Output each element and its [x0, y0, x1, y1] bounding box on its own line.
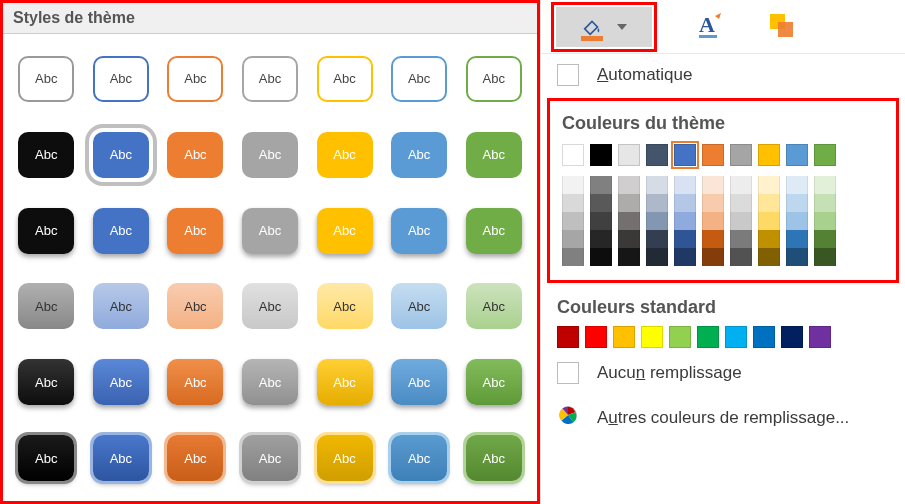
theme-shade-swatch[interactable]	[674, 230, 696, 248]
theme-shade-swatch[interactable]	[814, 212, 836, 230]
theme-shade-swatch[interactable]	[646, 194, 668, 212]
theme-style-swatch[interactable]: Abc	[167, 283, 223, 329]
theme-shade-swatch[interactable]	[786, 194, 808, 212]
theme-accent-swatch[interactable]	[814, 144, 836, 166]
theme-style-swatch[interactable]: Abc	[242, 359, 298, 405]
theme-style-swatch[interactable]: Abc	[242, 283, 298, 329]
theme-style-swatch[interactable]: Abc	[317, 56, 373, 102]
theme-shade-swatch[interactable]	[674, 212, 696, 230]
theme-style-swatch[interactable]: Abc	[167, 56, 223, 102]
theme-shade-swatch[interactable]	[590, 212, 612, 230]
theme-shade-swatch[interactable]	[618, 230, 640, 248]
theme-style-swatch[interactable]: Abc	[93, 56, 149, 102]
theme-shade-swatch[interactable]	[702, 212, 724, 230]
theme-shade-swatch[interactable]	[618, 212, 640, 230]
theme-shade-swatch[interactable]	[730, 194, 752, 212]
theme-accent-swatch[interactable]	[730, 144, 752, 166]
theme-shade-swatch[interactable]	[730, 176, 752, 194]
theme-shade-swatch[interactable]	[758, 248, 780, 266]
theme-style-swatch[interactable]: Abc	[391, 283, 447, 329]
theme-shade-swatch[interactable]	[590, 176, 612, 194]
theme-shade-swatch[interactable]	[646, 176, 668, 194]
theme-shade-swatch[interactable]	[562, 194, 584, 212]
theme-shade-swatch[interactable]	[674, 176, 696, 194]
theme-style-swatch[interactable]: Abc	[466, 283, 522, 329]
standard-color-swatch[interactable]	[585, 326, 607, 348]
theme-shade-swatch[interactable]	[758, 194, 780, 212]
theme-style-swatch[interactable]: Abc	[167, 435, 223, 481]
theme-style-swatch[interactable]: Abc	[466, 132, 522, 178]
theme-style-swatch[interactable]: Abc	[18, 359, 74, 405]
theme-shade-swatch[interactable]	[646, 248, 668, 266]
theme-style-swatch[interactable]: Abc	[93, 359, 149, 405]
theme-style-swatch[interactable]: Abc	[242, 435, 298, 481]
theme-shade-swatch[interactable]	[646, 212, 668, 230]
theme-style-swatch[interactable]: Abc	[18, 208, 74, 254]
theme-shade-swatch[interactable]	[702, 248, 724, 266]
theme-style-swatch[interactable]: Abc	[93, 132, 149, 178]
theme-accent-swatch[interactable]	[674, 144, 696, 166]
theme-style-swatch[interactable]: Abc	[18, 56, 74, 102]
theme-shade-swatch[interactable]	[786, 212, 808, 230]
theme-shade-swatch[interactable]	[562, 230, 584, 248]
theme-style-swatch[interactable]: Abc	[93, 208, 149, 254]
theme-shade-swatch[interactable]	[814, 194, 836, 212]
automatic-color-item[interactable]: Automatique	[541, 54, 905, 96]
theme-style-swatch[interactable]: Abc	[242, 208, 298, 254]
theme-style-swatch[interactable]: Abc	[317, 359, 373, 405]
theme-shade-swatch[interactable]	[590, 194, 612, 212]
theme-style-swatch[interactable]: Abc	[242, 132, 298, 178]
standard-color-swatch[interactable]	[697, 326, 719, 348]
theme-shade-swatch[interactable]	[814, 248, 836, 266]
theme-accent-swatch[interactable]	[590, 144, 612, 166]
theme-style-swatch[interactable]: Abc	[391, 208, 447, 254]
theme-style-swatch[interactable]: Abc	[93, 435, 149, 481]
theme-shade-swatch[interactable]	[674, 248, 696, 266]
theme-shade-swatch[interactable]	[674, 194, 696, 212]
theme-style-swatch[interactable]: Abc	[391, 56, 447, 102]
theme-accent-swatch[interactable]	[618, 144, 640, 166]
theme-style-swatch[interactable]: Abc	[466, 359, 522, 405]
no-fill-item[interactable]: Aucun remplissage	[541, 352, 905, 394]
theme-style-swatch[interactable]: Abc	[167, 208, 223, 254]
theme-style-swatch[interactable]: Abc	[391, 359, 447, 405]
standard-color-swatch[interactable]	[613, 326, 635, 348]
theme-style-swatch[interactable]: Abc	[167, 132, 223, 178]
theme-accent-swatch[interactable]	[562, 144, 584, 166]
theme-shade-swatch[interactable]	[562, 248, 584, 266]
theme-shade-swatch[interactable]	[562, 176, 584, 194]
theme-accent-swatch[interactable]	[646, 144, 668, 166]
text-effects-icon[interactable]: A	[697, 10, 727, 43]
theme-accent-swatch[interactable]	[786, 144, 808, 166]
theme-shade-swatch[interactable]	[618, 176, 640, 194]
theme-shade-swatch[interactable]	[730, 212, 752, 230]
standard-color-swatch[interactable]	[725, 326, 747, 348]
theme-style-swatch[interactable]: Abc	[391, 132, 447, 178]
theme-shade-swatch[interactable]	[590, 230, 612, 248]
standard-color-swatch[interactable]	[781, 326, 803, 348]
theme-shade-swatch[interactable]	[646, 230, 668, 248]
theme-shade-swatch[interactable]	[730, 230, 752, 248]
theme-shade-swatch[interactable]	[702, 176, 724, 194]
theme-style-swatch[interactable]: Abc	[317, 132, 373, 178]
theme-shade-swatch[interactable]	[758, 176, 780, 194]
theme-style-swatch[interactable]: Abc	[317, 283, 373, 329]
more-fill-colors-item[interactable]: Autres couleurs de remplissage...	[541, 394, 905, 441]
theme-style-swatch[interactable]: Abc	[317, 208, 373, 254]
theme-shade-swatch[interactable]	[590, 248, 612, 266]
theme-style-swatch[interactable]: Abc	[466, 435, 522, 481]
theme-shade-swatch[interactable]	[702, 230, 724, 248]
theme-style-swatch[interactable]: Abc	[18, 435, 74, 481]
theme-shade-swatch[interactable]	[562, 212, 584, 230]
theme-shade-swatch[interactable]	[814, 230, 836, 248]
theme-shade-swatch[interactable]	[618, 248, 640, 266]
theme-accent-swatch[interactable]	[702, 144, 724, 166]
standard-color-swatch[interactable]	[753, 326, 775, 348]
theme-shade-swatch[interactable]	[786, 230, 808, 248]
standard-color-swatch[interactable]	[809, 326, 831, 348]
standard-color-swatch[interactable]	[669, 326, 691, 348]
theme-shade-swatch[interactable]	[730, 248, 752, 266]
theme-shade-swatch[interactable]	[702, 194, 724, 212]
theme-style-swatch[interactable]: Abc	[391, 435, 447, 481]
shape-overlap-icon[interactable]	[767, 11, 795, 42]
